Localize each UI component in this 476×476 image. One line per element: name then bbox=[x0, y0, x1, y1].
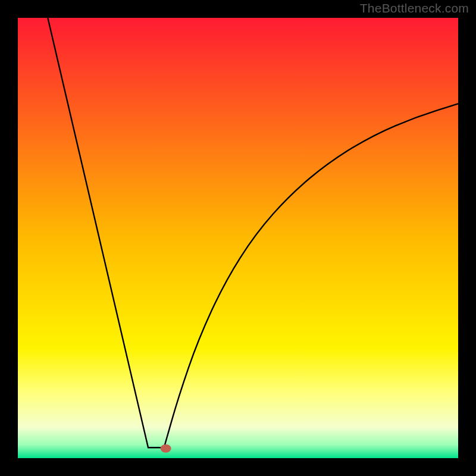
plot-background bbox=[18, 18, 458, 458]
optimum-marker bbox=[161, 444, 171, 453]
bottleneck-chart bbox=[0, 0, 476, 476]
chart-container: TheBottleneck.com bbox=[0, 0, 476, 476]
